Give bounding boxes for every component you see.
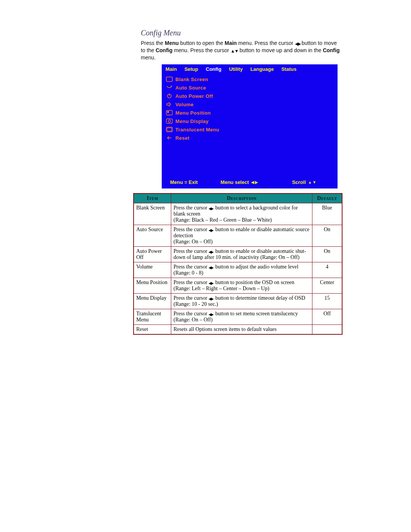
osd-footer-menu-select-label: Menu select (221, 179, 249, 185)
table-cell-item: Auto Power Off (134, 247, 171, 262)
menu-item-label: Auto Source (175, 85, 206, 91)
intro-bold-config: Config (156, 47, 172, 53)
table-cell-item: Translucent Menu (134, 309, 171, 325)
intro-text: Press the (141, 40, 165, 46)
osd-footer-menu-select: Menu select ◀▶ (221, 179, 258, 185)
table-cell-item: Menu Position (134, 278, 171, 294)
menu-item-label: Volume (175, 102, 194, 107)
tab-utility[interactable]: Utility (225, 64, 247, 73)
table-cell-default: On (312, 225, 342, 247)
menu-item-auto-power-off[interactable]: Auto Power Off (162, 92, 338, 100)
table-cell-description: Press the cursor ◀▶ button to set menu s… (171, 309, 312, 325)
menu-position-icon (166, 109, 173, 116)
menu-item-label: Auto Power Off (175, 93, 213, 99)
table-row: Menu PositionPress the cursor ◀▶ button … (134, 278, 342, 294)
osd-footer-menu-exit: Menu = Exit (170, 179, 198, 185)
menu-item-blank-screen[interactable]: Blank Screen (162, 75, 338, 83)
intro-text: button to open the (179, 40, 225, 46)
table-cell-default: On (312, 247, 342, 262)
menu-item-label: Reset (175, 135, 190, 141)
menu-display-icon (166, 118, 173, 125)
config-doc-table: Item Description Default Blank ScreenPre… (133, 193, 342, 335)
table-cell-description: Press the cursor ◀▶ button to adjust the… (171, 262, 312, 278)
svg-marker-3 (167, 102, 169, 106)
table-row: Translucent MenuPress the cursor ◀▶ butt… (134, 309, 342, 325)
arrow-up-icon: ▲ (308, 180, 312, 184)
arrow-left-right-icon: ◀▶ (209, 281, 214, 285)
table-cell-item: Volume (134, 262, 171, 278)
svg-rect-9 (167, 128, 172, 131)
table-header-default: Default (312, 193, 342, 203)
menu-item-reset[interactable]: Reset (162, 134, 338, 142)
menu-item-auto-source[interactable]: Auto Source (162, 83, 338, 92)
tab-config[interactable]: Config (202, 64, 225, 73)
table-cell-description: Press the cursor ◀▶ button to select a b… (171, 203, 312, 225)
table-row: Blank ScreenPress the cursor ◀▶ button t… (134, 203, 342, 225)
osd-footer-scroll: Scroll ▲▼ (292, 179, 317, 185)
table-row: Auto Power OffPress the cursor ◀▶ button… (134, 247, 342, 262)
table-cell-item: Reset (134, 325, 171, 335)
menu-item-volume[interactable]: Volume (162, 100, 338, 109)
arrow-right-icon: ▶ (255, 180, 258, 184)
arrow-left-icon: ◀ (251, 180, 254, 184)
table-cell-description: Resets all Options screen items to defau… (171, 325, 312, 335)
table-cell-item: Blank Screen (134, 203, 171, 225)
auto-source-icon (166, 84, 173, 91)
table-row: ResetResets all Options screen items to … (134, 325, 342, 335)
osd-menu: Main Setup Config Utility Language Statu… (162, 64, 338, 189)
menu-item-menu-position[interactable]: Menu Position (162, 109, 338, 117)
osd-body: Blank Screen Auto Source Auto Power Off … (162, 73, 338, 176)
section-title: Config Menu (141, 29, 342, 37)
intro-paragraph: Press the Menu button to open the Main m… (141, 40, 342, 61)
intro-bold-config-2: Config (323, 47, 339, 53)
table-cell-default: Center (312, 278, 342, 294)
arrow-left-right-icon: ◀▶ (209, 206, 214, 210)
table-cell-default: Off (312, 309, 342, 325)
intro-text: menu. Press the cursor (237, 40, 295, 46)
svg-rect-5 (167, 111, 169, 113)
menu-item-label: Translucent Menu (175, 127, 219, 133)
table-header-description: Description (171, 193, 312, 203)
tab-setup[interactable]: Setup (181, 64, 202, 73)
table-row: Auto SourcePress the cursor ◀▶ button to… (134, 225, 342, 247)
svg-rect-0 (166, 77, 172, 81)
table-cell-default: 4 (312, 262, 342, 278)
table-cell-description: Press the cursor ◀▶ button to position t… (171, 278, 312, 294)
table-cell-description: Press the cursor ◀▶ button to enable or … (171, 247, 312, 262)
table-header-item: Item (134, 193, 171, 203)
table-cell-description: Press the cursor ◀▶ button to enable or … (171, 225, 312, 247)
table-cell-description: Press the cursor ◀▶ button to determine … (171, 294, 312, 309)
translucent-menu-icon (166, 126, 173, 133)
arrow-left-right-icon: ◀▶ (295, 41, 300, 47)
arrow-left-right-icon: ◀▶ (209, 312, 214, 316)
table-cell-default: 15 (312, 294, 342, 309)
arrow-left-right-icon: ◀▶ (209, 297, 214, 300)
table-cell-default (312, 325, 342, 335)
osd-footer: Menu = Exit Menu select ◀▶ Scroll ▲▼ (162, 176, 338, 189)
volume-icon (166, 101, 173, 108)
osd-tab-bar: Main Setup Config Utility Language Statu… (162, 64, 338, 73)
table-cell-item: Menu Display (134, 294, 171, 309)
menu-item-translucent-menu[interactable]: Translucent Menu (162, 125, 338, 134)
intro-text: menu. (141, 54, 156, 61)
tab-language[interactable]: Language (247, 64, 277, 73)
arrow-left-right-icon: ◀▶ (209, 265, 214, 269)
reset-icon (166, 134, 173, 141)
arrow-left-right-icon: ◀▶ (209, 228, 214, 232)
svg-point-7 (168, 120, 170, 122)
menu-item-menu-display[interactable]: Menu Display (162, 117, 338, 125)
blank-screen-icon (166, 76, 173, 83)
intro-bold-main: Main (225, 40, 237, 46)
arrow-up-down-icon: ▲▼ (231, 48, 238, 54)
svg-rect-6 (166, 119, 172, 123)
tab-main[interactable]: Main (162, 64, 181, 73)
table-cell-default: Blue (312, 203, 342, 225)
table-cell-item: Auto Source (134, 225, 171, 247)
intro-text: button to move up and down in the (238, 47, 323, 53)
intro-text: menu. Press the cursor (172, 47, 231, 53)
menu-item-label: Menu Display (175, 118, 209, 124)
menu-item-label: Blank Screen (175, 77, 208, 82)
table-row: VolumePress the cursor ◀▶ button to adju… (134, 262, 342, 278)
arrow-left-right-icon: ◀▶ (209, 250, 214, 254)
tab-status[interactable]: Status (277, 64, 300, 73)
